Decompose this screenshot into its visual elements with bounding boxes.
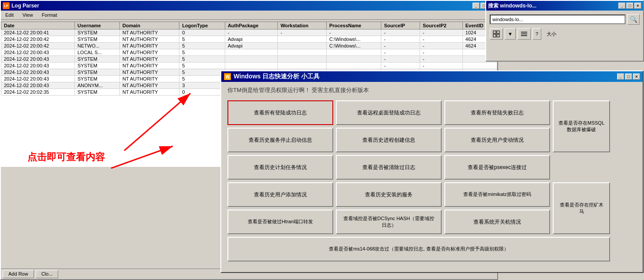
search-close[interactable]: × [634, 3, 641, 9]
search-maximize[interactable]: □ [626, 3, 633, 9]
analysis-title-text: Windows 日志快速分析 小工具 [234, 73, 320, 81]
table-row[interactable]: 2024-12-02 20:00:43SYSTEMNT AUTHORITY5-- [1, 63, 497, 69]
button-grid: 查看所有登陆成功日志 查看远程桌面登陆成功日志 查看所有登陆失败日志 查看是否存… [227, 100, 637, 262]
col-authpackage: AuthPackage [225, 22, 278, 29]
analysis-window: W Windows 日志快速分析 小工具 _ □ × 你TM倒是给管理员权限运行… [220, 70, 644, 273]
btn-ms14-068[interactable]: 查看是否被ms14-068攻击过（需要域控日志, 查看是否向标准用户授予高级别权… [227, 237, 610, 262]
svg-rect-10 [521, 35, 527, 36]
table-row[interactable]: 2024-12-02 20:00:43SYSTEMNT AUTHORITY5-- [1, 56, 497, 63]
view-btn[interactable] [517, 28, 531, 40]
svg-rect-8 [521, 32, 527, 33]
btn-mimikatz[interactable]: 查看是否被mimikatz抓取过密码 [444, 182, 550, 207]
tab-close[interactable]: Clo... [36, 270, 59, 278]
search-toolbar: ▼ ? 大小 [490, 28, 640, 40]
tab-add-row[interactable]: Add Row [3, 270, 34, 278]
search-title-bar: 搜索 windowds-lo... _ □ × [486, 1, 643, 11]
col-date: Date [1, 22, 75, 29]
grid-view-btn[interactable] [490, 28, 503, 40]
btn-user-change[interactable]: 查看历史用户变动情况 [444, 128, 550, 152]
svg-rect-9 [521, 33, 527, 34]
analysis-minimize[interactable]: _ [617, 74, 624, 80]
menu-view[interactable]: View [20, 11, 36, 18]
search-content: 🔍 ▼ ? 大小 [486, 11, 643, 43]
btn-psexec[interactable]: 查看是否被psexec连接过 [444, 155, 550, 180]
menu-format[interactable]: Format [39, 11, 60, 18]
analysis-close[interactable]: × [633, 74, 640, 80]
search-input[interactable] [490, 15, 625, 24]
col-username: Username [74, 22, 119, 29]
svg-rect-6 [493, 34, 496, 37]
btn-service-install[interactable]: 查看历史安装的服务 [336, 182, 442, 207]
btn-dcsync[interactable]: 查看域控是否被DCSync HASH（需要域控日志） [336, 210, 442, 234]
analysis-title-bar: W Windows 日志快速分析 小工具 _ □ × [221, 71, 643, 82]
btn-all-login-fail[interactable]: 查看所有登陆失败日志 [444, 100, 550, 125]
menu-edit[interactable]: Edit [3, 11, 16, 18]
search-window: 搜索 windowds-lo... _ □ × 🔍 ▼ [485, 0, 644, 62]
analysis-title-buttons: _ □ × [617, 74, 640, 80]
table-row[interactable]: 2024-12-02 20:00:42NETWO...NT AUTHORITY5… [1, 43, 497, 49]
svg-rect-4 [493, 31, 496, 33]
log-parser-title-bar: LP Log Parser _ □ × [1, 1, 497, 11]
search-title-buttons: _ □ × [618, 3, 641, 9]
dropdown-btn[interactable]: ▼ [505, 28, 516, 40]
size-label: 大小 [547, 31, 556, 37]
btn-scheduled-task[interactable]: 查看历史计划任务情况 [227, 155, 333, 180]
col-domain: Domain [119, 22, 179, 29]
btn-all-login-success[interactable]: 查看所有登陆成功日志 [227, 100, 333, 125]
col-sourceip: SourceIP [381, 22, 420, 29]
annotation-arrow-2 [102, 142, 190, 177]
minimize-button[interactable]: _ [473, 3, 480, 9]
col-processname: ProcessName [326, 22, 381, 29]
table-row[interactable]: 2024-12-02 20:00:43LOCAL S...NT AUTHORIT… [1, 49, 497, 56]
table-row[interactable]: 2024-12-02 20:00:41SYSTEMNT AUTHORITY0--… [1, 29, 497, 36]
log-parser-title: Log Parser [11, 3, 473, 9]
help-btn[interactable]: ? [532, 28, 541, 40]
col-logontype: LogonType [179, 22, 225, 29]
btn-miner[interactable]: 查看是否存在挖矿木马 [553, 182, 610, 234]
btn-mssql-brute[interactable]: 查看是否存在MSSQL数据库被爆破 [553, 100, 610, 152]
analysis-maximize[interactable]: □ [625, 74, 632, 80]
btn-log-cleared[interactable]: 查看是否被清除过日志 [336, 155, 442, 180]
annotation-text: 点击即可查看内容 [27, 151, 105, 164]
btn-shutdown[interactable]: 查看系统开关机情况 [444, 210, 550, 234]
analysis-content: 你TM倒是给管理员权限运行啊！ 受害主机直接分析版本 查看所有登陆成功日志 查看… [221, 82, 643, 272]
search-row: 🔍 [490, 14, 640, 25]
btn-service-history[interactable]: 查看历史服务停止启动信息 [227, 128, 333, 152]
search-minimize[interactable]: _ [618, 3, 625, 9]
log-parser-icon: LP [3, 2, 10, 9]
btn-user-add[interactable]: 查看历史用户添加情况 [227, 182, 333, 207]
search-button[interactable]: 🔍 [627, 14, 640, 25]
analysis-icon: W [224, 73, 231, 80]
menu-bar: Edit View Format [1, 11, 497, 20]
col-sourceip2: SourceIP2 [420, 22, 463, 29]
search-title-text: 搜索 windowds-lo... [488, 2, 536, 10]
btn-process-history[interactable]: 查看历史进程创建信息 [336, 128, 442, 152]
view-icon [521, 30, 528, 37]
btn-htran[interactable]: 查看是否被做过Htran端口转发 [227, 210, 333, 234]
col-workstation: Workstation [278, 22, 327, 29]
svg-line-3 [111, 146, 173, 168]
btn-rdp-success[interactable]: 查看远程桌面登陆成功日志 [336, 100, 442, 125]
notice-text: 你TM倒是给管理员权限运行啊！ 受害主机直接分析版本 [227, 86, 637, 94]
svg-rect-5 [497, 31, 499, 33]
svg-rect-7 [497, 34, 499, 37]
table-row[interactable]: 2024-12-02 20:00:42SYSTEMNT AUTHORITY5Ad… [1, 36, 497, 43]
grid-icon [493, 30, 500, 37]
